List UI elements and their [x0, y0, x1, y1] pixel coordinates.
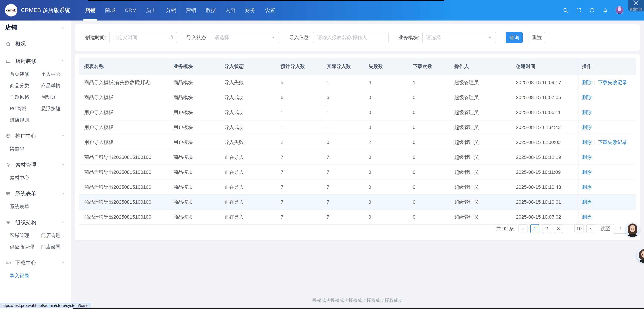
create-time-picker[interactable]: 自定义时间 [109, 32, 177, 43]
sidebar-item-floating-button[interactable]: 悬浮按钮 [41, 103, 71, 114]
search-icon[interactable] [563, 7, 568, 13]
sidebar-item-goods-category[interactable]: 商品分类 [10, 80, 41, 91]
download-failed-records-link[interactable]: 下载失败记录 [598, 79, 627, 86]
delete-link[interactable]: 删除 [582, 109, 592, 116]
sidebar-collapse-icon[interactable] [60, 24, 66, 30]
nav-tab-staff[interactable]: 员工 [141, 0, 161, 20]
nav-tab-content[interactable]: 内容 [221, 0, 240, 20]
sidebar-section-material-management: 素材管理素材中心 [0, 157, 71, 184]
nav-tab-crm[interactable]: CRM [120, 0, 141, 20]
delete-link[interactable]: 删除 [582, 124, 592, 131]
sidebar-item-splash-page[interactable]: 启动页 [41, 91, 71, 103]
cell-created: 2025-08-15 11:34:43 [516, 125, 578, 130]
nav-tab-data[interactable]: 数据 [201, 0, 221, 20]
sidebar-item-org-structure[interactable]: 组织架构 [0, 215, 71, 230]
module-select[interactable]: 请选择 [422, 32, 496, 43]
sidebar-subitems: 区域管理门店管理供应商管理门店设置 [0, 230, 71, 253]
table-row: 用户导入模板用户模块导入成功1100超级管理员2025-08-15 11:34:… [79, 120, 636, 135]
cell-downloads: 0 [413, 140, 454, 145]
user-avatar[interactable] [616, 6, 624, 14]
home-icon [5, 41, 11, 47]
sidebar-item-promotion-center[interactable]: 推广中心 [0, 129, 71, 143]
page-button-10[interactable]: 10 [574, 224, 584, 233]
cell-created: 2025-08-15 10:10:43 [516, 184, 578, 190]
table-row: 商品迁移导出20250815100100商品模块正在导入7700超级管理员202… [79, 210, 636, 225]
nav-tab-mall[interactable]: 商城 [100, 0, 120, 20]
cell-name: 商品导入模板 [79, 94, 173, 101]
create-time-label: 创建时间: [85, 34, 106, 41]
sidebar-item-goods-detail[interactable]: 商品详情 [41, 80, 71, 91]
sidebar-item-region-management[interactable]: 区域管理 [10, 230, 41, 241]
nav-tab-distribution[interactable]: 分销 [161, 0, 181, 20]
delete-link[interactable]: 删除 [582, 169, 592, 176]
sidebar-item-label: 下载中心 [15, 259, 36, 267]
delete-link[interactable]: 删除 [582, 199, 592, 205]
sidebar-item-material-management[interactable]: 素材管理 [0, 157, 71, 172]
cell-name: 用户导入模板 [79, 109, 173, 116]
nav-tab-store[interactable]: 店铺 [80, 0, 100, 20]
table-row: 用户导入模板用户模块导入成功1100超级管理员2025-08-15 16:06:… [79, 105, 636, 120]
nav-tab-marketing[interactable]: 营销 [181, 0, 201, 20]
sidebar-item-pc-mall[interactable]: PC商城 [10, 103, 41, 114]
bulb-icon [5, 162, 11, 168]
capture-overlay: admin [628, 0, 644, 11]
sidebar-section-promotion-center: 推广中心渠道码 [0, 129, 71, 155]
delete-link[interactable]: 删除 [582, 154, 592, 161]
sidebar-item-download-center[interactable]: 下载中心 [0, 256, 71, 270]
prev-page-button[interactable]: ‹ [518, 224, 528, 233]
sidebar-item-personal-center[interactable]: 个人中心 [41, 68, 71, 80]
cell-operator: 超级管理员 [454, 139, 516, 146]
cell-operator: 超级管理员 [454, 94, 516, 101]
chevron-up-icon [60, 133, 65, 138]
refresh-icon[interactable] [589, 7, 595, 13]
delete-link[interactable]: 删除 [582, 94, 592, 101]
import-status-select[interactable]: 请选择 [211, 32, 280, 43]
column-header-downloads: 下载次数 [413, 63, 454, 70]
delete-link[interactable]: 删除 [582, 214, 592, 220]
cell-downloads: 0 [413, 199, 454, 205]
fullscreen-icon[interactable] [576, 7, 582, 13]
cell-expected: 5 [280, 80, 326, 85]
nav-tab-finance[interactable]: 财务 [240, 0, 260, 20]
page-button-3[interactable]: 3 [554, 224, 563, 233]
nav-tab-settings[interactable]: 设置 [260, 0, 280, 20]
sidebar-item-shop-management[interactable]: 门店管理 [41, 230, 71, 241]
cell-module: 商品模块 [173, 94, 224, 101]
sidebar-item-import-records[interactable]: 导入记录 [10, 270, 41, 282]
screen: crmeb CRMEB 多店版系统 店铺商城CRM员工分销营销数据内容财务设置 … [0, 0, 644, 309]
next-page-button[interactable]: › [586, 224, 595, 233]
sidebar-item-material-center[interactable]: 素材中心 [10, 172, 41, 184]
cell-expected: 1 [280, 125, 326, 130]
sidebar-item-shop-settings[interactable]: 门店设置 [41, 241, 71, 253]
reset-button[interactable]: 重置 [528, 32, 545, 43]
search-button[interactable]: 查询 [506, 32, 523, 43]
brand-title: CRMEB 多店版系统 [21, 6, 70, 14]
delete-link[interactable]: 删除 [582, 139, 592, 146]
page-button-1[interactable]: 1 [530, 224, 539, 233]
cell-status: 导入失败 [224, 79, 280, 86]
sidebar-menu: 概况店铺装修首页装修个人中心商品分类商品详情主题风格启动页PC商城悬浮按钮进店规… [0, 33, 71, 282]
cell-actual: 7 [326, 199, 368, 205]
sidebar-item-home-decoration[interactable]: 首页装修 [10, 68, 41, 80]
close-icon[interactable] [632, 0, 640, 7]
sidebar-item-entry-rules[interactable]: 进店规则 [10, 114, 41, 126]
bell-icon[interactable] [602, 7, 608, 13]
delete-link[interactable]: 删除 [582, 79, 592, 86]
page-button-2[interactable]: 2 [542, 224, 551, 233]
sidebar-item-system-forms-sub[interactable]: 系统表单 [10, 201, 41, 212]
navbar-actions [563, 0, 624, 20]
cell-operator: 超级管理员 [454, 184, 516, 191]
sidebar-item-overview[interactable]: 概况 [0, 36, 71, 51]
sidebar-item-channel-code[interactable]: 渠道码 [10, 143, 41, 155]
cell-downloads: 1 [413, 80, 454, 85]
download-failed-records-link[interactable]: 下载失败记录 [598, 139, 627, 146]
sidebar-item-supplier-management[interactable]: 供应商管理 [10, 241, 41, 253]
import-info-input[interactable] [317, 34, 385, 40]
cell-name: 用户导入模板 [79, 139, 173, 146]
sidebar-item-store-decoration[interactable]: 店铺装修 [0, 54, 71, 68]
cell-status: 正在导入 [224, 184, 280, 191]
sidebar-item-theme-style[interactable]: 主题风格 [10, 91, 41, 103]
service-avatar-widget[interactable] [625, 223, 640, 237]
sidebar-item-system-forms[interactable]: 系统表单 [0, 186, 71, 201]
delete-link[interactable]: 删除 [582, 184, 592, 191]
